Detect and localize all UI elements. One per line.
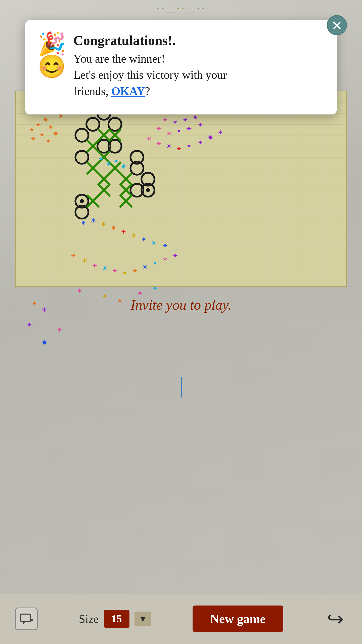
board-grid (16, 91, 346, 286)
invite-label: Invite you to play. (130, 297, 231, 313)
svg-point-59 (146, 188, 150, 192)
congrats-line3: friends, (73, 85, 108, 98)
close-button[interactable] (327, 15, 347, 35)
bottom-toolbar: Size 15 ▼ New game ↩ (0, 594, 362, 644)
congrats-body: You are the winner! Let's enjoy this vic… (73, 51, 322, 99)
ornament-top: ⌒—⌒—⌒ (122, 6, 240, 18)
cursor-line (181, 377, 182, 397)
congrats-end: ? (145, 85, 150, 98)
svg-point-61 (80, 199, 84, 203)
size-dropdown[interactable]: ▼ (134, 612, 152, 626)
congrats-text: Congratulations!. You are the winner! Le… (73, 33, 322, 99)
invite-text: Invite you to play. (0, 297, 362, 313)
back-arrow-icon: ↩ (327, 607, 344, 631)
new-game-button[interactable]: New game (193, 606, 283, 632)
svg-rect-86 (21, 614, 31, 622)
size-value: 15 (104, 610, 129, 628)
chat-icon (20, 612, 33, 626)
congrats-line2: Let's enjoy this victory with your (73, 68, 227, 81)
okay-link[interactable]: OKAY (111, 85, 145, 98)
size-selector: Size 15 ▼ (79, 610, 151, 628)
congrats-dialog: 🎉😊 Congratulations!. You are the winner!… (25, 20, 337, 114)
svg-marker-87 (22, 622, 25, 624)
congrats-line1: You are the winner! (73, 52, 165, 65)
size-label: Size (79, 612, 99, 626)
svg-rect-88 (31, 619, 33, 621)
congrats-emoji: 🎉😊 (38, 33, 66, 78)
game-board[interactable] (15, 91, 347, 287)
congrats-title: Congratulations!. (73, 33, 322, 48)
back-button[interactable]: ↩ (324, 608, 347, 630)
chat-button[interactable] (15, 608, 38, 630)
